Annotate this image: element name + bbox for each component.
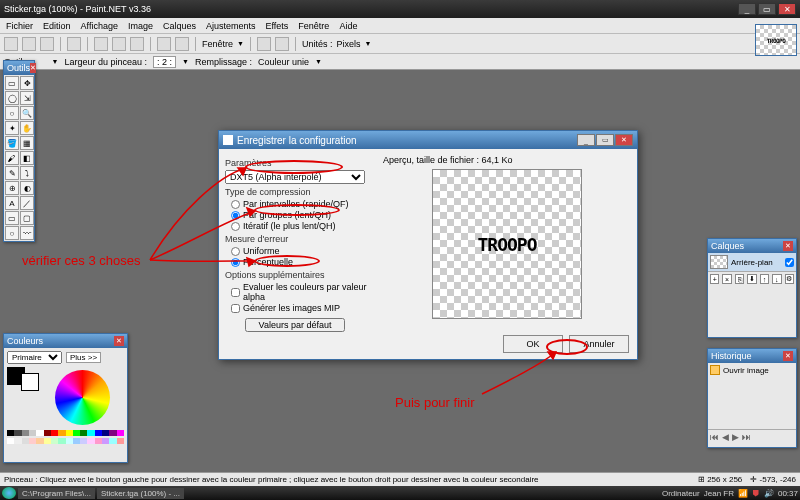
save-icon[interactable] xyxy=(40,37,54,51)
print-icon[interactable] xyxy=(67,37,81,51)
menu-layers[interactable]: Calques xyxy=(163,21,196,31)
menu-image[interactable]: Image xyxy=(128,21,153,31)
taskbar-item[interactable]: C:\Program Files\... xyxy=(18,488,95,499)
layer-down-button[interactable]: ↓ xyxy=(772,274,781,284)
brush-tool[interactable]: 🖌 xyxy=(5,151,19,165)
chevron-down-icon[interactable]: ▼ xyxy=(182,58,189,65)
merge-layer-button[interactable]: ⬇ xyxy=(747,274,756,284)
menu-help[interactable]: Aide xyxy=(339,21,357,31)
maximize-button[interactable]: ▭ xyxy=(758,3,776,15)
move-selection-tool[interactable]: ⇲ xyxy=(20,91,34,105)
gradient-tool[interactable]: ▦ xyxy=(20,136,34,150)
lasso-tool[interactable]: ◯ xyxy=(5,91,19,105)
tray-shield-icon[interactable]: ⛊ xyxy=(752,489,760,498)
layer-props-button[interactable]: ⚙ xyxy=(785,274,794,284)
layer-visible-checkbox[interactable] xyxy=(785,258,794,267)
rect-tool[interactable]: ▭ xyxy=(5,211,19,225)
ok-button[interactable]: OK xyxy=(503,335,563,353)
paste-icon[interactable] xyxy=(130,37,144,51)
comp-range-radio[interactable]: Par intervalles (rapide/QF) xyxy=(231,199,375,209)
minimize-button[interactable]: _ xyxy=(738,3,756,15)
new-icon[interactable] xyxy=(4,37,18,51)
tray-lang[interactable]: Jean FR xyxy=(704,489,734,498)
cut-icon[interactable] xyxy=(94,37,108,51)
pencil-tool[interactable]: ✎ xyxy=(5,166,19,180)
history-rewind-button[interactable]: ⏮ xyxy=(710,432,719,442)
history-fwd-button[interactable]: ▶ xyxy=(732,432,739,442)
dialog-close-button[interactable]: ✕ xyxy=(615,134,633,146)
freeform-tool[interactable]: 〰 xyxy=(20,226,34,240)
menu-edit[interactable]: Edition xyxy=(43,21,71,31)
delete-layer-button[interactable]: × xyxy=(722,274,731,284)
duplicate-layer-button[interactable]: ⎘ xyxy=(735,274,744,284)
close-icon[interactable]: ✕ xyxy=(30,63,36,73)
menu-effects[interactable]: Effets xyxy=(266,21,289,31)
color-wheel[interactable] xyxy=(55,370,110,425)
close-icon[interactable]: ✕ xyxy=(783,241,793,251)
wand-tool[interactable]: ✦ xyxy=(5,121,19,135)
menu-view[interactable]: Affichage xyxy=(81,21,118,31)
more-colors-button[interactable]: Plus >> xyxy=(66,352,101,363)
comp-cluster-radio[interactable]: Par groupes (lent/QH) xyxy=(231,210,375,220)
layer-up-button[interactable]: ↑ xyxy=(760,274,769,284)
history-item[interactable]: Ouvrir image xyxy=(708,363,796,377)
tray-clock[interactable]: 00:37 xyxy=(778,489,798,498)
grid-icon[interactable] xyxy=(257,37,271,51)
close-icon[interactable]: ✕ xyxy=(114,336,124,346)
format-select[interactable]: DXT5 (Alpha interpolé) xyxy=(225,170,365,184)
mipmap-checkbox[interactable]: Générer les images MIP xyxy=(231,303,375,313)
roundrect-tool[interactable]: ▢ xyxy=(20,211,34,225)
fill-value[interactable]: Couleur unie xyxy=(258,57,309,67)
tray-network-icon[interactable]: 📶 xyxy=(738,489,748,498)
dialog-minimize-button[interactable]: _ xyxy=(577,134,595,146)
move-tool[interactable]: ✥ xyxy=(20,76,34,90)
ellipse-tool[interactable]: ○ xyxy=(5,226,19,240)
menu-file[interactable]: Fichier xyxy=(6,21,33,31)
eraser-tool[interactable]: ◧ xyxy=(20,151,34,165)
brush-width-stepper[interactable]: : 2 : xyxy=(153,56,176,68)
err-uniform-radio[interactable]: Uniforme xyxy=(231,246,375,256)
secondary-color-swatch[interactable] xyxy=(21,373,39,391)
chevron-down-icon[interactable]: ▼ xyxy=(237,40,244,47)
taskbar-item[interactable]: Sticker.tga (100%) - ... xyxy=(97,488,184,499)
redo-icon[interactable] xyxy=(175,37,189,51)
cancel-button[interactable]: Annuler xyxy=(569,335,629,353)
color-palette-2[interactable] xyxy=(7,438,124,444)
close-icon[interactable]: ✕ xyxy=(783,351,793,361)
ellipse-select-tool[interactable]: ○ xyxy=(5,106,19,120)
dialog-maximize-button[interactable]: ▭ xyxy=(596,134,614,146)
close-button[interactable]: ✕ xyxy=(778,3,796,15)
zoom-tool[interactable]: 🔍 xyxy=(20,106,34,120)
color-palette[interactable] xyxy=(7,430,124,436)
layer-row[interactable]: Arrière-plan xyxy=(708,253,796,271)
line-tool[interactable]: ／ xyxy=(20,196,34,210)
defaults-button[interactable]: Valeurs par défaut xyxy=(245,318,345,332)
undo-icon[interactable] xyxy=(157,37,171,51)
open-icon[interactable] xyxy=(22,37,36,51)
history-back-button[interactable]: ◀ xyxy=(722,432,729,442)
comp-iterative-radio[interactable]: Itératif (le plus lent/QH) xyxy=(231,221,375,231)
menu-window[interactable]: Fenêtre xyxy=(298,21,329,31)
units-value[interactable]: Pixels xyxy=(336,39,360,49)
picker-tool[interactable]: ⤵ xyxy=(20,166,34,180)
add-layer-button[interactable]: + xyxy=(710,274,719,284)
chevron-down-icon[interactable]: ▼ xyxy=(315,58,322,65)
chevron-down-icon[interactable]: ▼ xyxy=(52,58,59,65)
history-ff-button[interactable]: ⏭ xyxy=(742,432,751,442)
text-tool[interactable]: A xyxy=(5,196,19,210)
pan-tool[interactable]: ✋ xyxy=(20,121,34,135)
copy-icon[interactable] xyxy=(112,37,126,51)
tray-volume-icon[interactable]: 🔊 xyxy=(764,489,774,498)
window-dropdown-label[interactable]: Fenêtre xyxy=(202,39,233,49)
bucket-tool[interactable]: 🪣 xyxy=(5,136,19,150)
start-button[interactable] xyxy=(2,487,16,499)
menu-adjustments[interactable]: Ajustements xyxy=(206,21,256,31)
chevron-down-icon[interactable]: ▼ xyxy=(365,40,372,47)
select-rect-tool[interactable]: ▭ xyxy=(5,76,19,90)
recolor-tool[interactable]: ◐ xyxy=(20,181,34,195)
color-mode-select[interactable]: Primaire xyxy=(7,351,62,364)
ruler-icon[interactable] xyxy=(275,37,289,51)
err-perceptual-radio[interactable]: Perceptuelle xyxy=(231,257,375,267)
document-thumbnail[interactable]: TROOPO xyxy=(755,24,797,56)
clone-tool[interactable]: ⊕ xyxy=(5,181,19,195)
